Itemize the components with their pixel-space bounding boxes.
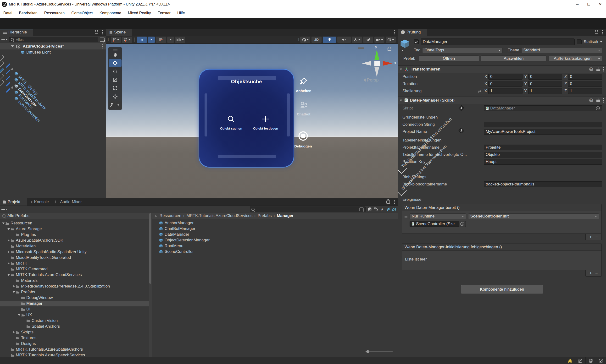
overlay-handle[interactable] — [109, 48, 122, 50]
folder-tree-item[interactable]: Materials — [0, 278, 152, 284]
pick-object-icon[interactable] — [100, 38, 105, 42]
gizmo-negy-axis[interactable] — [374, 67, 379, 77]
kebab-menu-icon[interactable] — [602, 30, 603, 31]
prefab-file-item[interactable]: ObjectDetectionManager — [152, 237, 398, 243]
hidden-packages-toggle[interactable]: 24 — [386, 207, 396, 212]
folder-tree-item[interactable]: Custom Vision — [0, 318, 152, 324]
header-foldout-icon[interactable] — [401, 50, 403, 51]
folder-tree-item[interactable]: MixedRealityToolkit.Prerelease.2.4.0.Sta… — [0, 284, 152, 289]
foldout-icon[interactable] — [7, 239, 11, 242]
effects-dropdown[interactable] — [352, 37, 362, 43]
remove-event-button[interactable]: − — [595, 234, 598, 239]
hierarchy-item[interactable]: DataManager — [0, 68, 4, 74]
kebab-menu-icon[interactable] — [603, 98, 604, 99]
prefab-file-item[interactable]: AnchorManager — [152, 220, 398, 226]
transform-component-header[interactable]: Transformieren — [398, 65, 606, 73]
lock-icon[interactable] — [595, 31, 598, 34]
increment-snap-dropdown[interactable] — [167, 37, 174, 43]
kebab-menu-icon[interactable] — [102, 30, 103, 31]
chatbot-button[interactable]: Chatbot — [289, 101, 318, 116]
scene-root-row[interactable]: AzureCloudServices* — [0, 43, 106, 50]
prefab-file-item[interactable]: ChatBotManager — [152, 226, 398, 232]
progress-status-button[interactable] — [596, 357, 606, 364]
project-search-input[interactable] — [256, 207, 358, 211]
axis-z-field[interactable]: 0 — [568, 81, 602, 87]
kebab-menu-icon[interactable] — [102, 44, 103, 45]
foldout-open-icon[interactable] — [11, 45, 14, 47]
tab-scene[interactable]: ▦ Szene — [106, 29, 132, 36]
anheften-button[interactable]: Anheften — [289, 77, 318, 93]
add-component-button[interactable]: Komponente hinzufügen — [461, 285, 543, 294]
hierarchy-item[interactable]: MRTKInputSimulator — [0, 61, 4, 67]
custom-tools-dropdown[interactable] — [116, 101, 122, 109]
script-component-header[interactable]: Daten-Manager (Skript) — [398, 97, 606, 104]
gizmo-y-axis[interactable] — [374, 50, 379, 60]
prefab-open-button[interactable]: Öffnen — [419, 55, 479, 62]
scale-tool[interactable] — [109, 76, 122, 84]
event-mode-dropdown[interactable]: Nur Runtime — [410, 213, 466, 219]
custom-tools-button[interactable] — [109, 101, 115, 109]
folder-tree-item[interactable]: Manager — [0, 301, 152, 306]
shading-mode-dropdown[interactable] — [300, 37, 310, 43]
close-button[interactable]: ✕ — [594, 0, 606, 8]
debuggen-button[interactable]: Debuggen — [289, 131, 317, 148]
grid-snap-toggle[interactable]: ▦ — [137, 37, 147, 43]
field-input[interactable]: tracked-objects-thumbnails — [484, 182, 602, 187]
tab-hierarchy[interactable]: Hierarchie — [0, 29, 33, 36]
hierarchy-item[interactable]: SceneController — [0, 80, 4, 86]
folder-tree-item[interactable]: MRTK — [0, 260, 152, 266]
prefab-file-item[interactable]: RootMenu — [152, 243, 398, 249]
folder-tree-item[interactable]: UX — [0, 312, 152, 318]
tab-audio-mixer[interactable]: Audio-Mixer — [52, 198, 85, 206]
foldout-icon[interactable] — [12, 331, 16, 333]
presets-icon[interactable] — [596, 69, 600, 70]
gizmo-center-cube[interactable] — [374, 61, 380, 66]
folder-tree-item[interactable]: Spatial Anchors — [0, 324, 152, 329]
favorites-search-item[interactable]: Alle Prefabs — [0, 213, 152, 219]
event-target-field[interactable]: SceneController (Sze — [410, 221, 459, 227]
move-tool[interactable] — [109, 59, 122, 67]
tab-inspector[interactable]: i Prüfung — [398, 29, 427, 36]
tag-dropdown[interactable]: Ohne Tags — [422, 47, 503, 53]
minimize-button[interactable]: ─ — [572, 0, 583, 8]
hierarchy-item[interactable]: MRTK XR-Rig — [0, 55, 4, 61]
transform-tool[interactable] — [109, 93, 122, 100]
hierarchy-search-input[interactable] — [15, 37, 97, 42]
field-input[interactable]: Projekte — [484, 145, 602, 150]
project-search-field[interactable] — [250, 207, 366, 212]
field-input[interactable]: Objekte — [484, 152, 602, 157]
drag-handle-icon[interactable] — [405, 216, 407, 217]
add-object-button[interactable] — [1, 38, 8, 41]
scrollbar-thumb[interactable] — [149, 213, 151, 284]
breadcrumb-item[interactable]: Ressourcen — [160, 213, 181, 218]
folder-tree-item[interactable]: MRTK.Tutorials.AzureSpatialAnchors — [0, 347, 152, 352]
active-checkbox[interactable] — [414, 39, 419, 44]
menu-item[interactable]: Mixed Reality — [125, 8, 154, 18]
perspective-toggle[interactable]: Persp — [363, 78, 379, 83]
folder-tree-item[interactable]: AzureSpatialAnchors.SDK — [0, 238, 152, 243]
help-icon[interactable] — [589, 98, 593, 102]
menu-item[interactable]: GameObject — [68, 8, 96, 18]
hierarchy-search-field[interactable] — [9, 37, 98, 42]
folder-tree-item[interactable]: UI — [0, 306, 152, 312]
axis-y-field[interactable]: 0 — [528, 74, 563, 79]
folder-tree-item[interactable]: DebugWindow — [0, 295, 152, 301]
grid-snap-dropdown[interactable] — [148, 37, 155, 43]
search-by-type-icon[interactable] — [368, 208, 372, 211]
tab-console[interactable]: ≡ Konsole — [27, 198, 52, 206]
axis-x-field[interactable]: 1 — [488, 88, 523, 94]
breadcrumb-item[interactable]: Prefabs — [252, 213, 272, 218]
menu-item[interactable]: Hilfe — [174, 8, 188, 18]
slider-knob[interactable] — [366, 350, 369, 353]
create-asset-button[interactable] — [1, 208, 8, 211]
link-broken-icon[interactable] — [478, 89, 481, 93]
axis-x-field[interactable]: 0 — [488, 81, 523, 87]
object-picker-button[interactable] — [459, 221, 466, 227]
static-dropdown-icon[interactable] — [600, 41, 602, 42]
tree-scrollbar[interactable] — [149, 213, 152, 357]
folder-tree-item[interactable]: Plug-Ins — [0, 232, 152, 238]
axis-y-field[interactable]: 0 — [528, 81, 563, 87]
gizmo-lock-icon[interactable] — [387, 48, 391, 51]
debugger-status-button[interactable]: ! — [565, 357, 575, 364]
increment-snap-button[interactable] — [156, 37, 166, 43]
